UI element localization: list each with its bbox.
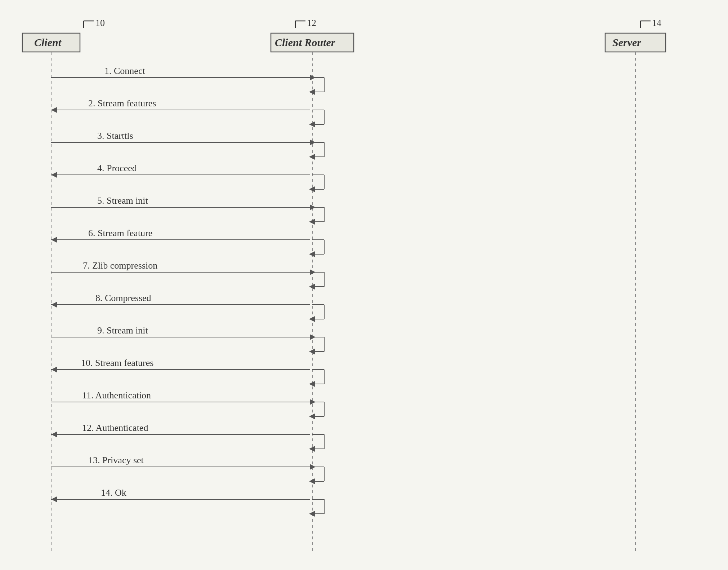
svg-text:12.  Authenticated: 12. Authenticated bbox=[82, 423, 148, 433]
svg-marker-37 bbox=[309, 154, 315, 160]
svg-marker-82 bbox=[51, 367, 57, 372]
svg-text:Client Router: Client Router bbox=[275, 36, 335, 48]
svg-text:Client: Client bbox=[34, 36, 62, 48]
svg-text:14.  Ok: 14. Ok bbox=[101, 487, 126, 498]
svg-marker-54 bbox=[51, 237, 57, 243]
svg-marker-93 bbox=[309, 414, 315, 419]
svg-marker-110 bbox=[51, 496, 57, 502]
svg-marker-68 bbox=[51, 302, 57, 308]
svg-text:10.  Stream features: 10. Stream features bbox=[81, 358, 153, 368]
svg-text:Server: Server bbox=[612, 36, 641, 48]
svg-text:7.  Zlib compression: 7. Zlib compression bbox=[83, 260, 157, 271]
svg-text:6.  Stream feature: 6. Stream feature bbox=[88, 228, 152, 238]
sequence-diagram-svg: 10 12 14 Client Client Router Server 1. … bbox=[0, 0, 728, 570]
svg-marker-26 bbox=[51, 107, 57, 113]
svg-text:3.  Starttls: 3. Starttls bbox=[97, 131, 133, 141]
diagram-container: 10 12 14 Client Client Router Server 1. … bbox=[0, 0, 728, 570]
svg-text:8.  Compressed: 8. Compressed bbox=[95, 293, 151, 303]
svg-marker-96 bbox=[51, 432, 57, 437]
svg-text:9.  Stream init: 9. Stream init bbox=[97, 325, 148, 336]
svg-text:1.  Connect: 1. Connect bbox=[104, 66, 145, 76]
svg-text:4.  Proceed: 4. Proceed bbox=[97, 163, 137, 173]
svg-marker-40 bbox=[51, 172, 57, 178]
svg-text:11.  Authentication: 11. Authentication bbox=[82, 390, 151, 401]
svg-text:12: 12 bbox=[307, 18, 316, 28]
svg-marker-72 bbox=[309, 316, 315, 322]
svg-text:10: 10 bbox=[95, 18, 105, 28]
svg-text:14: 14 bbox=[652, 18, 661, 28]
svg-text:5.  Stream init: 5. Stream init bbox=[97, 195, 148, 206]
svg-text:2.  Stream features: 2. Stream features bbox=[88, 98, 156, 109]
svg-text:13.  Privacy set: 13. Privacy set bbox=[88, 455, 144, 465]
